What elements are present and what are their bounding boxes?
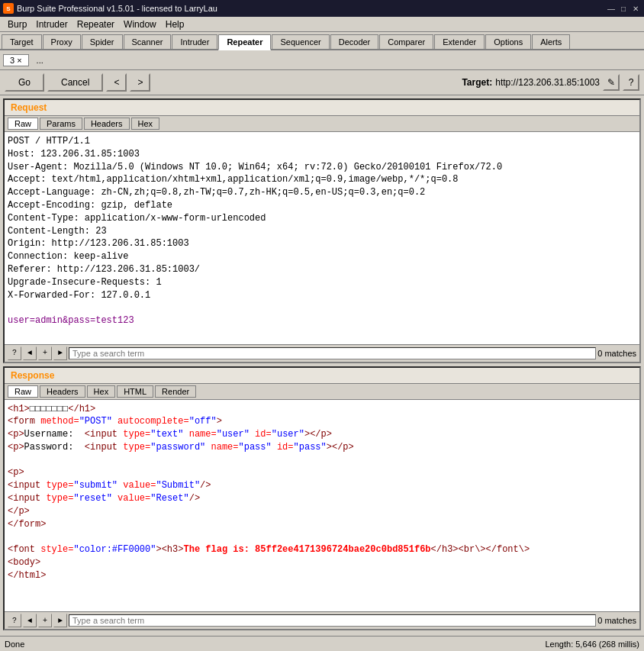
status-text: Done xyxy=(5,640,24,649)
response-tab-html[interactable]: HTML xyxy=(117,385,153,398)
response-search-help-icon[interactable]: ? xyxy=(8,614,21,627)
status-bar: Done Length: 5,646 (268 millis) xyxy=(0,636,644,651)
request-content[interactable]: POST / HTTP/1.1 Host: 123.206.31.85:1003… xyxy=(5,132,639,344)
request-panel-header: Request xyxy=(5,100,639,116)
forward-button[interactable]: > xyxy=(130,73,150,92)
tab-intruder[interactable]: Intruder xyxy=(172,34,217,49)
maximize-button[interactable]: □ xyxy=(618,3,629,14)
response-matches-label: 0 matches xyxy=(597,616,636,625)
go-button[interactable]: Go xyxy=(5,73,44,92)
close-button[interactable]: ✕ xyxy=(630,3,641,14)
tab-scanner[interactable]: Scanner xyxy=(124,34,172,49)
response-line-1: <h1> xyxy=(8,404,30,414)
request-search-help-icon[interactable]: ? xyxy=(8,346,21,360)
repeater-tab-strip: 3 × ... xyxy=(0,50,644,70)
app-title: Burp Suite Professional v1.5.01 - licens… xyxy=(17,4,217,13)
target-label: Target: xyxy=(462,77,492,88)
menu-burp[interactable]: Burp xyxy=(3,18,31,31)
menu-window[interactable]: Window xyxy=(119,18,161,31)
request-tab-hex[interactable]: Hex xyxy=(131,118,160,130)
response-tab-render[interactable]: Render xyxy=(155,385,196,398)
toolbar: Go Cancel < > Target: http://123.206.31.… xyxy=(0,70,644,95)
back-button[interactable]: < xyxy=(106,73,127,92)
length-text: Length: 5,646 (268 millis) xyxy=(545,640,639,649)
app-logo: S xyxy=(3,3,14,14)
main-content: Request Raw Params Headers Hex POST / HT… xyxy=(0,95,644,633)
request-search-input[interactable] xyxy=(69,347,596,359)
tab-alerts[interactable]: Alerts xyxy=(532,34,570,49)
request-search-prev-icon[interactable]: ◄ xyxy=(23,346,37,360)
tab-spider[interactable]: Spider xyxy=(82,34,123,49)
response-panel-header: Response xyxy=(5,368,639,384)
target-url: http://123.206.31.85:1003 xyxy=(495,77,600,88)
main-tab-bar: Target Proxy Spider Scanner Intruder Rep… xyxy=(0,32,644,50)
minimize-button[interactable]: — xyxy=(606,3,617,14)
request-matches-label: 0 matches xyxy=(597,349,636,358)
response-search-bar: ? ◄ + ► 0 matches xyxy=(5,611,639,629)
menu-bar: Burp Intruder Repeater Window Help xyxy=(0,17,644,32)
response-search-prev-icon[interactable]: ◄ xyxy=(23,614,37,627)
tab-extender[interactable]: Extender xyxy=(434,34,485,49)
target-info: Target: http://123.206.31.85:1003 ✎ ? xyxy=(462,74,639,91)
request-tab-raw[interactable]: Raw xyxy=(8,118,38,130)
request-tab-params[interactable]: Params xyxy=(40,118,82,130)
edit-target-button[interactable]: ✎ xyxy=(603,74,620,91)
tab-options[interactable]: Options xyxy=(485,34,531,49)
response-search-next-icon[interactable]: + xyxy=(38,614,52,627)
request-tab-headers[interactable]: Headers xyxy=(84,118,130,130)
response-tabs: Raw Headers Hex HTML Render xyxy=(5,384,639,400)
flag-text: The flag is: 85ff2ee4171396724bae20c0bd8… xyxy=(183,544,430,555)
response-search-options-icon[interactable]: ► xyxy=(53,614,67,627)
response-tab-headers[interactable]: Headers xyxy=(40,385,85,398)
request-search-bar: ? ◄ + ► 0 matches xyxy=(5,344,639,362)
menu-help[interactable]: Help xyxy=(161,18,189,31)
title-bar: S Burp Suite Professional v1.5.01 - lice… xyxy=(0,0,644,17)
tab-proxy[interactable]: Proxy xyxy=(43,34,81,49)
response-content[interactable]: <h1>□□□□□□□</h1> <form method="POST" aut… xyxy=(5,400,639,612)
window-controls[interactable]: — □ ✕ xyxy=(606,3,641,14)
menu-repeater[interactable]: Repeater xyxy=(72,18,119,31)
request-search-next-icon[interactable]: + xyxy=(38,346,52,360)
response-tab-raw[interactable]: Raw xyxy=(8,385,38,398)
tab-target[interactable]: Target xyxy=(2,34,42,49)
help-button[interactable]: ? xyxy=(623,74,639,91)
response-panel: Response Raw Headers Hex HTML Render <h1… xyxy=(3,366,641,631)
response-tab-hex[interactable]: Hex xyxy=(87,385,116,398)
repeater-tab-3[interactable]: 3 × xyxy=(3,54,29,66)
tab-repeater[interactable]: Repeater xyxy=(218,34,271,50)
cancel-button[interactable]: Cancel xyxy=(47,73,103,92)
request-body: user=admin&pass=test123 xyxy=(8,315,134,326)
request-search-options-icon[interactable]: ► xyxy=(53,346,67,360)
menu-intruder[interactable]: Intruder xyxy=(31,18,72,31)
response-search-input[interactable] xyxy=(69,614,596,627)
tab-decoder[interactable]: Decoder xyxy=(330,34,379,49)
request-panel: Request Raw Params Headers Hex POST / HT… xyxy=(3,98,641,363)
repeater-tabs-more[interactable]: ... xyxy=(31,55,50,66)
tab-comparer[interactable]: Comparer xyxy=(379,34,433,49)
tab-sequencer[interactable]: Sequencer xyxy=(272,34,329,49)
request-tabs: Raw Params Headers Hex xyxy=(5,116,639,132)
